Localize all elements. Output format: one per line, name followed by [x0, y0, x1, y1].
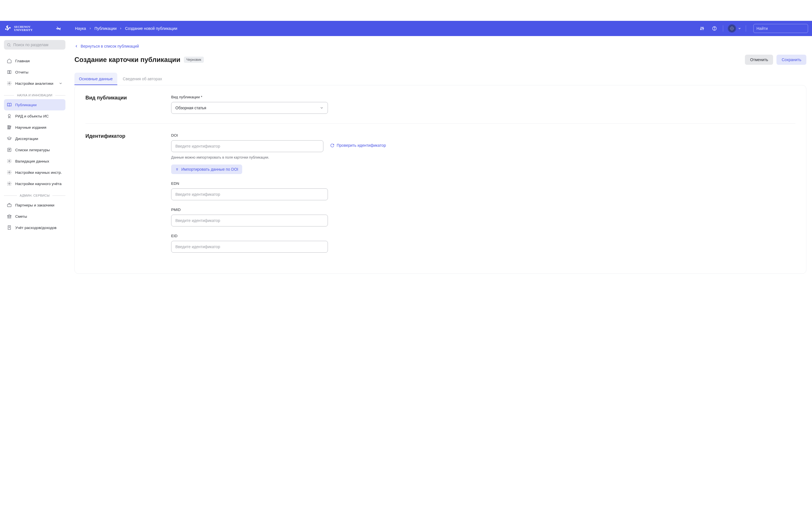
field-label-pmid: PMID: [171, 208, 391, 212]
sidebar-item-label: Настройки аналитики: [15, 81, 53, 86]
sidebar-item-accounting[interactable]: Настройки научного учёта: [4, 178, 65, 189]
section-kind: Вид публикации Вид публикации * Обзорная…: [86, 95, 795, 123]
sidebar-item-expenses[interactable]: Учёт расходов/доходов: [4, 222, 65, 233]
breadcrumb: Наука Публикации Создание новой публикац…: [75, 26, 177, 31]
eid-input[interactable]: [175, 241, 324, 252]
select-value: Обзорная статья: [175, 106, 206, 110]
briefcase-icon: [7, 203, 12, 208]
main: Вернуться в список публикаций Создание к…: [69, 36, 812, 285]
chevron-left-icon: [74, 44, 79, 48]
field-doi: DOI Данные можно импортировать в поля ка…: [171, 133, 391, 174]
sidebar-item-home[interactable]: Главная: [4, 55, 65, 66]
svg-point-8: [731, 27, 733, 30]
breadcrumb-publications[interactable]: Публикации: [94, 26, 116, 31]
sidebar-item-publications[interactable]: Публикации: [4, 99, 65, 110]
section-title: Идентификатор: [86, 133, 160, 252]
tab-main-data[interactable]: Основные данные: [74, 73, 117, 85]
pin-off-icon: [56, 26, 61, 31]
sidebar-item-sci-instr[interactable]: Настройки научных инстр.: [4, 167, 65, 178]
svg-point-0: [5, 29, 6, 30]
svg-point-12: [9, 83, 10, 84]
tab-authors[interactable]: Сведения об авторах: [118, 73, 167, 85]
logo[interactable]: SECHENOV UNIVERSITY: [4, 24, 55, 33]
cancel-button[interactable]: Отменить: [745, 55, 773, 65]
gear-icon: [7, 170, 12, 175]
gear-icon: [7, 81, 12, 86]
svg-point-2: [700, 29, 701, 30]
back-link[interactable]: Вернуться в список публикаций: [74, 44, 139, 48]
svg-point-17: [9, 183, 10, 184]
pmid-input-wrap[interactable]: [171, 215, 328, 226]
pin-button[interactable]: [55, 24, 63, 33]
svg-point-16: [9, 172, 10, 173]
import-doi-button[interactable]: Импортировать данные по DOI: [171, 165, 242, 174]
sidebar-section-science: НАУКА И ИННОВАЦИИ: [4, 94, 65, 97]
eid-input-wrap[interactable]: [171, 241, 328, 252]
sidebar-item-label: Настройки научных инстр.: [15, 170, 62, 175]
sidebar-item-label: Отчеты: [15, 70, 29, 74]
form-card: Вид публикации Вид публикации * Обзорная…: [74, 85, 806, 274]
field-edn: EDN: [171, 181, 391, 200]
verify-identifier-link[interactable]: Проверить идентификатор: [330, 143, 386, 148]
sidebar-search[interactable]: [4, 40, 65, 50]
field-label-eid: EID: [171, 234, 391, 238]
field-label-kind: Вид публикации *: [171, 95, 391, 99]
breadcrumb-science[interactable]: Наука: [75, 26, 86, 31]
help-icon: [712, 26, 717, 31]
status-badge-draft: Черновик: [184, 57, 204, 63]
edn-input-wrap[interactable]: [171, 188, 328, 200]
sidebar-item-label: Главная: [15, 59, 30, 63]
svg-point-11: [8, 43, 10, 46]
logo-text: SECHENOV UNIVERSITY: [14, 25, 33, 32]
svg-point-3: [702, 27, 703, 28]
svg-point-15: [9, 161, 10, 162]
sidebar-item-validation[interactable]: Валидация данных: [4, 156, 65, 167]
award-icon: [7, 114, 12, 119]
save-button[interactable]: Сохранить: [776, 55, 806, 65]
edn-input[interactable]: [175, 189, 324, 200]
sidebar-item-reports[interactable]: Отчеты: [4, 66, 65, 78]
sidebar-item-label: РИД и объекты ИС: [15, 114, 49, 118]
sidebar: Главная Отчеты Настройки аналитики НАУКА…: [0, 36, 69, 285]
settings-sliders-button[interactable]: [698, 24, 706, 33]
sidebar-item-rid[interactable]: РИД и объекты ИС: [4, 110, 65, 122]
open-book-icon: [7, 102, 12, 107]
field-pmid: PMID: [171, 208, 391, 226]
top-search-input[interactable]: [756, 26, 806, 31]
sidebar-item-label: Публикации: [15, 103, 37, 107]
chevron-down-icon: [320, 106, 324, 110]
field-label-edn: EDN: [171, 181, 391, 186]
publication-kind-select[interactable]: Обзорная статья: [171, 102, 328, 114]
sidebar-search-input[interactable]: [13, 43, 63, 47]
chevron-down-icon: [738, 27, 741, 30]
doi-input-wrap[interactable]: [171, 140, 323, 152]
sidebar-item-biblists[interactable]: Списки литературы: [4, 144, 65, 156]
top-search[interactable]: [753, 24, 808, 33]
sidebar-item-partners[interactable]: Партнеры и заказчики: [4, 200, 65, 211]
breadcrumb-current: Создание новой публикации: [125, 26, 177, 31]
doi-input[interactable]: [175, 140, 319, 152]
svg-point-1: [9, 27, 10, 29]
refresh-icon: [330, 144, 335, 148]
sidebar-item-journals[interactable]: Научные издания: [4, 122, 65, 133]
bank-icon: [7, 214, 12, 219]
help-button[interactable]: [711, 24, 718, 33]
pmid-input[interactable]: [175, 215, 324, 226]
library-icon: [7, 125, 12, 130]
section-identifier: Идентификатор DOI Данные можно импортиро…: [86, 123, 795, 262]
sidebar-item-label: Партнеры и заказчики: [15, 203, 54, 207]
list-icon: [7, 147, 12, 152]
sidebar-item-label: Настройки научного учёта: [15, 182, 61, 186]
sidebar-item-label: Списки литературы: [15, 148, 50, 152]
home-icon: [7, 58, 12, 63]
user-menu[interactable]: [728, 24, 741, 33]
sidebar-item-label: Научные издания: [15, 125, 46, 129]
sliders-icon: [700, 26, 705, 31]
chevron-right-icon: [119, 27, 122, 30]
field-eid: EID: [171, 234, 391, 252]
sidebar-item-estimates[interactable]: Сметы: [4, 211, 65, 222]
logo-icon: [4, 24, 12, 33]
sidebar-item-analytics[interactable]: Настройки аналитики: [4, 78, 65, 89]
field-label-doi: DOI: [171, 133, 391, 137]
sidebar-item-dissertations[interactable]: Диссертации: [4, 133, 65, 144]
